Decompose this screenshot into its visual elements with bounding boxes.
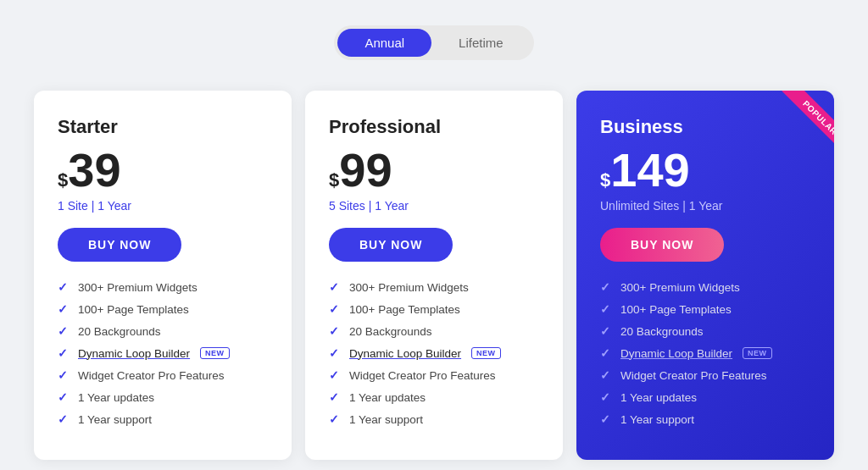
check-icon: ✓ [329,280,342,294]
professional-buy-button[interactable]: BUY NOW [329,228,453,262]
new-badge: NEW [743,347,772,359]
list-item: ✓20 Backgrounds [329,324,539,338]
list-item: ✓Dynamic Loop BuilderNEW [58,346,268,360]
business-price: 149 [610,147,689,194]
check-icon: ✓ [329,390,342,404]
list-item: ✓Widget Creator Pro Features [58,368,268,382]
starter-price: 39 [68,147,120,194]
check-icon: ✓ [58,302,71,316]
pricing-cards-container: Starter $ 39 1 Site | 1 Year BUY NOW ✓30… [27,91,841,460]
list-item: ✓Widget Creator Pro Features [329,368,539,382]
check-icon: ✓ [58,280,71,294]
check-icon: ✓ [58,368,71,382]
check-icon: ✓ [58,324,71,338]
list-item: ✓1 Year support [600,412,810,426]
check-icon: ✓ [600,280,614,294]
list-item: ✓1 Year updates [329,390,539,404]
check-icon: ✓ [329,302,342,316]
list-item: ✓100+ Page Templates [58,302,268,316]
check-icon: ✓ [329,368,342,382]
list-item: ✓Dynamic Loop BuilderNEW [600,346,810,360]
starter-buy-button[interactable]: BUY NOW [58,228,181,262]
list-item: ✓Widget Creator Pro Features [600,368,810,382]
list-item: ✓1 Year updates [600,390,810,404]
professional-price: 99 [339,147,392,194]
list-item: ✓1 Year support [58,412,268,426]
list-item: ✓1 Year support [329,412,539,426]
business-currency: $ [600,171,610,190]
starter-currency: $ [58,171,68,190]
professional-card: Professional $ 99 5 Sites | 1 Year BUY N… [305,91,563,460]
check-icon: ✓ [58,346,71,360]
professional-period: 5 Sites | 1 Year [329,199,539,213]
starter-price-row: $ 39 [58,147,268,194]
starter-feature-list: ✓300+ Premium Widgets ✓100+ Page Templat… [58,280,268,426]
list-item: ✓100+ Page Templates [329,302,539,316]
starter-card: Starter $ 39 1 Site | 1 Year BUY NOW ✓30… [34,91,292,460]
check-icon: ✓ [329,346,342,360]
business-card: POPULAR Business $ 149 Unlimited Sites |… [576,91,834,460]
list-item: ✓20 Backgrounds [58,324,268,338]
business-buy-button[interactable]: BUY NOW [600,228,724,262]
lifetime-toggle-btn[interactable]: Lifetime [431,29,531,57]
check-icon: ✓ [600,302,614,316]
popular-badge-wrapper: POPULAR [766,91,834,158]
check-icon: ✓ [58,390,71,404]
check-icon: ✓ [600,324,614,338]
list-item: ✓300+ Premium Widgets [58,280,268,294]
professional-plan-name: Professional [329,116,539,138]
list-item: ✓100+ Page Templates [600,302,810,316]
check-icon: ✓ [600,368,614,382]
check-icon: ✓ [600,390,614,404]
annual-toggle-btn[interactable]: Annual [337,29,431,57]
business-period: Unlimited Sites | 1 Year [600,199,810,213]
list-item: ✓1 Year updates [58,390,268,404]
list-item: ✓Dynamic Loop BuilderNEW [329,346,539,360]
professional-feature-list: ✓300+ Premium Widgets ✓100+ Page Templat… [329,280,539,426]
list-item: ✓300+ Premium Widgets [600,280,810,294]
check-icon: ✓ [329,412,342,426]
check-icon: ✓ [58,412,71,426]
popular-badge: POPULAR [782,91,834,145]
list-item: ✓20 Backgrounds [600,324,810,338]
starter-period: 1 Site | 1 Year [58,199,268,213]
professional-currency: $ [329,171,339,190]
check-icon: ✓ [600,412,614,426]
professional-price-row: $ 99 [329,147,539,194]
starter-plan-name: Starter [58,116,268,138]
new-badge: NEW [200,347,230,359]
list-item: ✓300+ Premium Widgets [329,280,539,294]
billing-toggle: Annual Lifetime [334,25,533,60]
new-badge: NEW [471,347,501,359]
check-icon: ✓ [600,346,614,360]
check-icon: ✓ [329,324,342,338]
business-feature-list: ✓300+ Premium Widgets ✓100+ Page Templat… [600,280,810,426]
